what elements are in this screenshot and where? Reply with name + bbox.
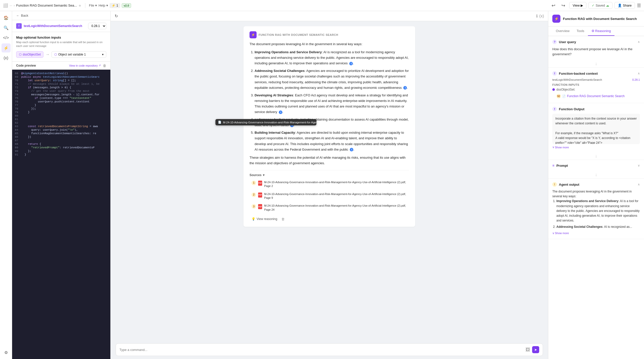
help-menu[interactable]: Help ▾	[98, 4, 108, 7]
image-button[interactable]: 🖼	[526, 347, 530, 352]
menu-icon[interactable]: ☰	[637, 3, 641, 8]
tab-overview[interactable]: Overview	[552, 26, 573, 36]
source-item-1[interactable]: 1 PDF M-24-10-Advancing-Governance-Innov…	[250, 179, 409, 190]
refresh-icon[interactable]: ↻	[115, 14, 118, 18]
code-line-76: 76 userQuery.push(content.textCont	[12, 100, 110, 103]
code-line-71: 71 // messages should always be at least…	[12, 82, 110, 86]
settings-nav-button[interactable]: ⚙	[2, 348, 11, 357]
sources-header[interactable]: Sources ▾	[250, 173, 409, 177]
back-button[interactable]: ← Back	[12, 11, 110, 20]
agent-output-header[interactable]: ! Agent output ∧	[548, 179, 644, 189]
share-button[interactable]: 👤 Share	[614, 2, 635, 9]
map-title: Map optional function inputs	[16, 36, 106, 39]
view-repo-link[interactable]: View in code repository ↗	[69, 64, 101, 67]
undo-button[interactable]: ↩	[550, 2, 557, 9]
function-context-content: testLogicWithDocumentSemanticSearch 0.28…	[548, 78, 644, 103]
user-query-title: ? User query	[552, 40, 576, 44]
agent-count[interactable]: ⚡ 1	[110, 3, 120, 8]
cloud-icon: ☁	[606, 4, 609, 7]
map-row: ⬡ dssObjectSet → ⬡ Object set variable 1…	[16, 51, 106, 58]
code-line-90: 90 };	[12, 149, 110, 153]
pdf-icon-sm: 📄	[562, 95, 566, 98]
agent-message: ⚡ FUNCTION RAG WITH DOCUMENT SEMANTIC SE…	[243, 26, 415, 227]
chevron-down-sm-icon: ∨	[552, 146, 554, 149]
function-output-show-more[interactable]: ∨ Show more	[552, 146, 640, 149]
file-menu[interactable]: File ▾	[89, 4, 97, 7]
delete-button[interactable]: 🗑	[103, 64, 106, 68]
back-arrow-icon: ←	[16, 14, 19, 17]
function-context-header[interactable]: f Function-backed context ∧	[548, 68, 644, 78]
input-bar: 🖼 ➤	[111, 340, 548, 359]
agent-output-point-2: Addressing Societal Challenges: AI is re…	[556, 225, 640, 229]
view-reasoning-button[interactable]: 💡 View reasoning	[250, 216, 279, 222]
topbar: ⬜ ··· › Function RAG Document Semantic S…	[0, 0, 644, 11]
chevron-down-agent-icon: ∨	[552, 231, 554, 236]
version-select[interactable]: 0.28.1	[88, 23, 106, 29]
source-item-3[interactable]: 3 PDF M-24-10-Advancing-Governance-Innov…	[250, 202, 409, 213]
func-output-icon: f	[552, 107, 557, 111]
function-context-section: f Function-backed context ∧ testLogicWit…	[548, 68, 644, 103]
dss-badge: ⬡ dssObjectSet	[16, 51, 43, 58]
code-block: 68 @AipAgentsContextRetrieval() 69 publi…	[12, 70, 110, 359]
tooltip-popup: 📄 M-24-10-Advancing-Governance-Innovatio…	[215, 119, 316, 125]
source-link-text[interactable]: Function RAG Document Semantic Search	[567, 94, 625, 98]
chevron-down-icon: ▾	[102, 53, 104, 56]
message-intro: The document proposes leveraging AI in t…	[250, 41, 409, 47]
point-2-title: Addressing Societal Challenges	[255, 69, 305, 73]
check-icon: ✓	[592, 4, 595, 7]
cite-3[interactable]: ℹ	[279, 111, 282, 114]
code-line-75: 75 if (content.type === "textContent"	[12, 96, 110, 100]
star-icon[interactable]: ★	[78, 4, 82, 8]
agent-output-show-more[interactable]: ∨ Show more	[552, 231, 640, 236]
point-5-title: Building Internal Capacity	[255, 131, 295, 134]
cite-2[interactable]: ℹ	[403, 86, 407, 90]
search-nav-button[interactable]: 🔍	[2, 23, 11, 32]
redo-button[interactable]: ↪	[559, 2, 567, 9]
main-content: ↻ ℹ (x) ⚡ FUNCTION RAG WITH DOCUMENT SEM…	[111, 11, 548, 359]
var-icon: ⬡	[54, 53, 57, 56]
code-line-82: 82	[12, 121, 110, 125]
variable-icon[interactable]: (x)	[539, 14, 544, 18]
delete-message-icon[interactable]: 🗑	[281, 217, 285, 221]
toolbar-right: ℹ (x)	[536, 14, 544, 18]
share-icon: 👤	[618, 4, 622, 7]
info-icon[interactable]: ℹ	[536, 14, 538, 18]
code-nav-button[interactable]: </>	[2, 33, 11, 42]
prompt-section: ≡ Prompt ∨ ↓	[548, 160, 644, 179]
prompt-header[interactable]: ≡ Prompt ∨	[548, 160, 644, 171]
play-icon: ▶	[581, 4, 583, 7]
sources-section: Sources ▾ 1 PDF M-24-10-Advancing-Govern…	[250, 170, 409, 213]
source-item-2[interactable]: 2 PDF M-24-10-Advancing-Governance-Innov…	[250, 191, 409, 202]
view-button[interactable]: View ▶	[569, 2, 586, 9]
agent-output-section: ! Agent output ∧ The document proposes l…	[548, 179, 644, 239]
function-name[interactable]: testLogicWithDocumentSemanticSearch	[24, 24, 82, 28]
saved-button[interactable]: ✓ Saved ☁	[588, 2, 612, 9]
reasoning-icon: ⚙	[591, 29, 595, 33]
input-wrapper: 🖼 ➤	[116, 343, 543, 356]
home-nav-button[interactable]: 🏠	[2, 13, 11, 22]
function-context-chevron-icon: ∧	[638, 72, 640, 75]
left-panel: ← Back f testLogicWithDocumentSemanticSe…	[12, 11, 111, 359]
function-output-section: f Function Output Incorporate a citation…	[548, 103, 644, 160]
nav-dots[interactable]: ···	[10, 4, 12, 7]
browser-icon: ⬜	[3, 3, 8, 8]
source-text-1: M-24-10-Advancing-Governance-Innovation-…	[264, 180, 407, 188]
send-button[interactable]: ➤	[532, 346, 539, 353]
user-query-header[interactable]: ? User query ∧	[548, 36, 644, 47]
cite-1[interactable]: ℹ	[349, 62, 353, 65]
variable-select[interactable]: ⬡ Object set variable 1 ▾	[52, 51, 106, 58]
command-input[interactable]	[119, 348, 524, 352]
source-num-sm: 92	[556, 94, 561, 98]
point-3-title: Developing AI Strategies	[255, 93, 293, 97]
agent-nav-button[interactable]: ⚡	[2, 43, 11, 52]
code-line-69: 69 public async testLogicWithDocumentSem…	[12, 75, 110, 79]
function-selector: f testLogicWithDocumentSemanticSearch 0.…	[12, 20, 110, 32]
cite-5[interactable]: ℹ	[350, 148, 353, 151]
point-3: Developing AI Strategies: Each CFO Act a…	[255, 93, 409, 115]
var-nav-button[interactable]: (x)	[2, 53, 11, 63]
func-icon: f	[552, 71, 557, 76]
pdf-icon-2: PDF	[258, 192, 262, 198]
tab-tools[interactable]: Tools	[573, 26, 588, 36]
tab-reasoning[interactable]: ⚙Reasoning	[588, 26, 614, 36]
agent-icon: ⚡	[112, 4, 115, 7]
